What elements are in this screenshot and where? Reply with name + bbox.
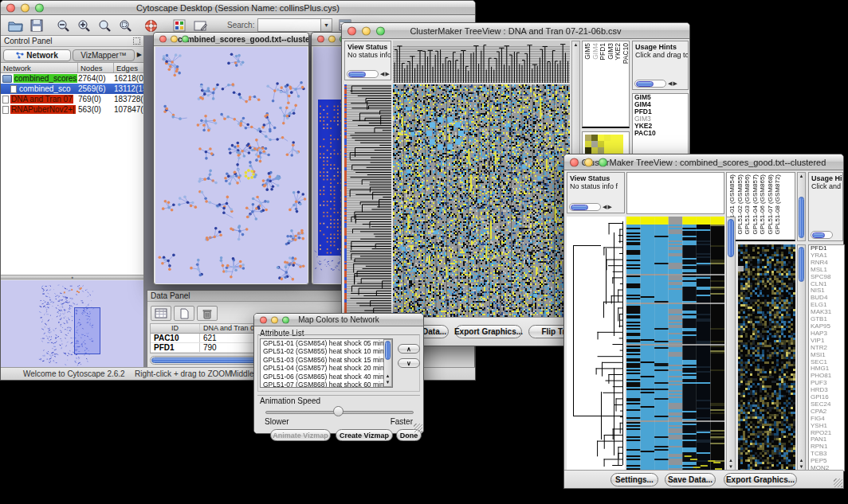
- attribute-item[interactable]: GPL51-06 (GSM865) heat shock 40 min: [261, 373, 392, 381]
- network-list-row[interactable]: combined_scores 2764(0) 16218(0): [1, 73, 143, 84]
- genelist-vscrollbar[interactable]: ▲ ▼: [797, 244, 806, 471]
- close-button[interactable]: [260, 316, 267, 323]
- close-button[interactable]: [6, 3, 15, 12]
- heatmap-secondary[interactable]: [738, 244, 795, 471]
- minimize-button[interactable]: [362, 26, 371, 35]
- panel-splitter[interactable]: ●: [1, 275, 143, 279]
- attribute-item[interactable]: GPL51-03 (GSM856) heat shock 15 min: [261, 356, 392, 364]
- column-dendrogram[interactable]: [393, 41, 570, 83]
- network-list-row[interactable]: DNA and Tran 07 769(0) 183728(0): [1, 94, 143, 104]
- view-status-scrollbar[interactable]: ◀▶: [347, 69, 391, 78]
- settings-button[interactable]: Settings...: [610, 473, 658, 486]
- network-view-1[interactable]: [155, 47, 308, 283]
- tab-network[interactable]: Network: [3, 49, 71, 61]
- delete-attribute-trash-icon[interactable]: [197, 306, 218, 321]
- search-dropdown-arrow[interactable]: ▼: [320, 18, 332, 32]
- tab-overflow-arrow[interactable]: ▶: [137, 51, 142, 58]
- attribute-item[interactable]: GPL51-02 (GSM855) heat shock 10 min: [261, 347, 392, 355]
- zoom-button[interactable]: [35, 3, 44, 12]
- save-button[interactable]: [27, 17, 46, 34]
- window-controls: [6, 3, 44, 12]
- minimize-button[interactable]: [584, 158, 593, 166]
- animate-vizmap-button[interactable]: Animate Vizmap: [270, 429, 331, 441]
- row-dendrogram[interactable]: [567, 217, 625, 471]
- export-graphics-button[interactable]: Export Graphics...: [724, 473, 797, 486]
- slower-label: Slower: [265, 417, 289, 426]
- zoom-one-to-one-icon[interactable]: [95, 17, 114, 34]
- zoom-button[interactable]: [182, 36, 189, 43]
- gene-list-item[interactable]: PAC10: [633, 130, 688, 137]
- heatmap-main[interactable]: [626, 217, 724, 471]
- zoom-in-icon[interactable]: [74, 17, 93, 34]
- attribute-item[interactable]: GPL51-01 (GSM854) heat shock 05 min: [261, 339, 392, 347]
- treeview2-content: View Status No status info f ◀▶ GPL51-01…: [564, 170, 843, 488]
- search-input[interactable]: [257, 18, 321, 32]
- network-nodes-count: 563(0): [78, 105, 114, 114]
- resize-grip[interactable]: [414, 424, 422, 432]
- open-file-button[interactable]: [6, 17, 25, 34]
- network-list-row[interactable]: RNAPuberNov2+| 563(0) 107847(0): [1, 104, 143, 115]
- minimize-button[interactable]: [271, 316, 278, 323]
- column-label[interactable]: GPL51-08 (GSM872): [774, 174, 782, 235]
- network-nodes-count: 2569(6): [78, 84, 114, 93]
- usage-hints-text: Click and: [811, 182, 841, 190]
- birdseye-view[interactable]: [1, 280, 143, 369]
- usage-hints-scrollbar[interactable]: ◀▶: [634, 79, 678, 88]
- usage-hints-scrollbar[interactable]: [811, 230, 833, 239]
- main-titlebar[interactable]: Cytoscape Desktop (Session Name: collins…: [1, 1, 475, 15]
- labels-vscrollbar[interactable]: ▲: [797, 172, 806, 241]
- move-up-button[interactable]: ∧: [398, 344, 420, 354]
- float-panel-icon[interactable]: [133, 37, 140, 45]
- minimize-button[interactable]: [328, 36, 336, 43]
- heatmap-vscrollbar[interactable]: ▲ ▼: [726, 217, 736, 471]
- row-dendrogram[interactable]: [344, 84, 391, 318]
- zoom-out-icon[interactable]: [53, 17, 73, 34]
- network-icon: [16, 52, 24, 59]
- speed-slider-thumb[interactable]: [333, 406, 344, 416]
- minimize-button[interactable]: [21, 3, 29, 12]
- map-colors-dialog: Map Colors to Network Attribute List GPL…: [253, 313, 424, 434]
- zoom-fit-icon[interactable]: [116, 17, 135, 34]
- save-data-button[interactable]: Save Data...: [665, 473, 716, 486]
- close-button[interactable]: [317, 36, 324, 43]
- network-edges-count: 183728(0): [114, 95, 143, 104]
- close-button[interactable]: [347, 26, 356, 35]
- new-attribute-icon[interactable]: [174, 306, 194, 321]
- column-label[interactable]: GPL51-03 (GSM856): [744, 174, 752, 235]
- view-status-scrollbar[interactable]: ◀▶: [569, 202, 613, 211]
- close-button[interactable]: [159, 36, 167, 43]
- create-vizmap-button[interactable]: Create Vizmap: [336, 429, 393, 441]
- minimize-button[interactable]: [171, 36, 178, 43]
- attribute-list-vscrollbar[interactable]: ▲ ▼: [383, 339, 392, 387]
- treeview2-titlebar[interactable]: ClusterMaker TreeView : combined_scores_…: [564, 154, 843, 170]
- zoom-button[interactable]: [282, 316, 289, 323]
- attribute-item[interactable]: GPL51-04 (GSM857) heat shock 20 min: [261, 364, 392, 372]
- heatmap-main[interactable]: [393, 84, 570, 318]
- column-label[interactable]: GPL51-02 (GSM855): [736, 174, 744, 235]
- zoom-button[interactable]: [376, 26, 385, 35]
- network-list: combined_scores 2764(0) 16218(0) combine…: [1, 73, 143, 275]
- attribute-item[interactable]: GPL51-07 (GSM868) heat shock 60 min: [261, 381, 392, 388]
- gene-list-panel: PFD1YRA1RNR4MSL1SPC98CLN1NIS1BUD4ELG1MAK…: [808, 244, 845, 471]
- column-label[interactable]: GPL51-04 (GSM857): [752, 174, 760, 235]
- tab-vizmapper[interactable]: VizMapper™: [73, 49, 135, 61]
- treeview2-window: ClusterMaker TreeView : combined_scores_…: [563, 154, 844, 489]
- attribute-select-icon[interactable]: [151, 306, 171, 321]
- resize-grip[interactable]: [834, 479, 842, 487]
- dialog-titlebar[interactable]: Map Colors to Network: [254, 314, 423, 326]
- treeview1-titlebar[interactable]: ClusterMaker TreeView : DNA and Tran 07-…: [342, 23, 689, 39]
- close-button[interactable]: [570, 158, 579, 166]
- network1-titlebar[interactable]: combined_scores_good.txt--cluste...: [154, 33, 308, 46]
- attribute-listbox[interactable]: GPL51-01 (GSM854) heat shock 05 minGPL51…: [260, 338, 393, 388]
- move-down-button[interactable]: ∨: [398, 358, 420, 368]
- dialog-title: Map Colors to Network: [298, 315, 379, 324]
- export-graphics-button[interactable]: Export Graphics...: [455, 325, 522, 338]
- network-list-row[interactable]: combined_sco 2569(6) 13112(15): [1, 84, 143, 94]
- network-edges-count: 13112(15): [114, 84, 143, 93]
- view-status-text: No status info f: [570, 182, 618, 190]
- column-label[interactable]: GPL51-06 (GSM865): [759, 174, 767, 235]
- zoom-button[interactable]: [599, 158, 607, 166]
- column-label[interactable]: GPL51-07 (GSM868): [767, 174, 775, 235]
- usage-hints-title: Usage Hints: [635, 43, 677, 51]
- column-label[interactable]: PAC10: [622, 43, 630, 64]
